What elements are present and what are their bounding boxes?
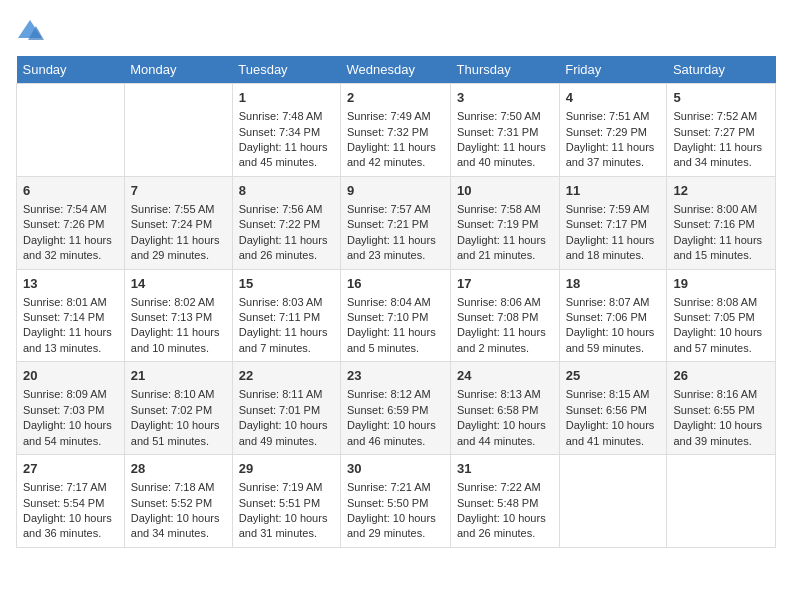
day-info: Sunrise: 8:08 AM Sunset: 7:05 PM Dayligh… [673,295,769,357]
day-number: 25 [566,367,661,385]
day-info: Sunrise: 8:15 AM Sunset: 6:56 PM Dayligh… [566,387,661,449]
day-cell: 5Sunrise: 7:52 AM Sunset: 7:27 PM Daylig… [667,84,776,177]
day-info: Sunrise: 8:00 AM Sunset: 7:16 PM Dayligh… [673,202,769,264]
day-cell: 18Sunrise: 8:07 AM Sunset: 7:06 PM Dayli… [559,269,667,362]
day-info: Sunrise: 8:03 AM Sunset: 7:11 PM Dayligh… [239,295,334,357]
day-info: Sunrise: 7:56 AM Sunset: 7:22 PM Dayligh… [239,202,334,264]
day-number: 4 [566,89,661,107]
day-number: 13 [23,275,118,293]
day-number: 6 [23,182,118,200]
day-cell: 15Sunrise: 8:03 AM Sunset: 7:11 PM Dayli… [232,269,340,362]
day-info: Sunrise: 8:01 AM Sunset: 7:14 PM Dayligh… [23,295,118,357]
day-info: Sunrise: 7:19 AM Sunset: 5:51 PM Dayligh… [239,480,334,542]
day-info: Sunrise: 7:59 AM Sunset: 7:17 PM Dayligh… [566,202,661,264]
week-row-4: 20Sunrise: 8:09 AM Sunset: 7:03 PM Dayli… [17,362,776,455]
day-cell: 3Sunrise: 7:50 AM Sunset: 7:31 PM Daylig… [450,84,559,177]
day-number: 26 [673,367,769,385]
day-number: 22 [239,367,334,385]
day-number: 17 [457,275,553,293]
day-cell: 19Sunrise: 8:08 AM Sunset: 7:05 PM Dayli… [667,269,776,362]
day-cell: 24Sunrise: 8:13 AM Sunset: 6:58 PM Dayli… [450,362,559,455]
day-number: 9 [347,182,444,200]
day-number: 30 [347,460,444,478]
day-cell: 11Sunrise: 7:59 AM Sunset: 7:17 PM Dayli… [559,176,667,269]
day-cell: 1Sunrise: 7:48 AM Sunset: 7:34 PM Daylig… [232,84,340,177]
day-number: 19 [673,275,769,293]
day-cell: 26Sunrise: 8:16 AM Sunset: 6:55 PM Dayli… [667,362,776,455]
day-cell: 13Sunrise: 8:01 AM Sunset: 7:14 PM Dayli… [17,269,125,362]
header-sunday: Sunday [17,56,125,84]
day-cell: 7Sunrise: 7:55 AM Sunset: 7:24 PM Daylig… [124,176,232,269]
week-row-5: 27Sunrise: 7:17 AM Sunset: 5:54 PM Dayli… [17,455,776,548]
day-info: Sunrise: 8:16 AM Sunset: 6:55 PM Dayligh… [673,387,769,449]
day-info: Sunrise: 7:21 AM Sunset: 5:50 PM Dayligh… [347,480,444,542]
day-cell: 30Sunrise: 7:21 AM Sunset: 5:50 PM Dayli… [340,455,450,548]
day-cell: 2Sunrise: 7:49 AM Sunset: 7:32 PM Daylig… [340,84,450,177]
day-info: Sunrise: 7:51 AM Sunset: 7:29 PM Dayligh… [566,109,661,171]
day-info: Sunrise: 7:52 AM Sunset: 7:27 PM Dayligh… [673,109,769,171]
day-cell: 25Sunrise: 8:15 AM Sunset: 6:56 PM Dayli… [559,362,667,455]
day-info: Sunrise: 8:13 AM Sunset: 6:58 PM Dayligh… [457,387,553,449]
day-info: Sunrise: 7:22 AM Sunset: 5:48 PM Dayligh… [457,480,553,542]
day-number: 14 [131,275,226,293]
day-info: Sunrise: 7:17 AM Sunset: 5:54 PM Dayligh… [23,480,118,542]
day-cell [667,455,776,548]
page-header [16,16,776,44]
day-info: Sunrise: 7:48 AM Sunset: 7:34 PM Dayligh… [239,109,334,171]
header-saturday: Saturday [667,56,776,84]
day-info: Sunrise: 8:09 AM Sunset: 7:03 PM Dayligh… [23,387,118,449]
day-cell [124,84,232,177]
day-cell: 9Sunrise: 7:57 AM Sunset: 7:21 PM Daylig… [340,176,450,269]
day-info: Sunrise: 8:02 AM Sunset: 7:13 PM Dayligh… [131,295,226,357]
week-row-1: 1Sunrise: 7:48 AM Sunset: 7:34 PM Daylig… [17,84,776,177]
header-thursday: Thursday [450,56,559,84]
day-cell: 29Sunrise: 7:19 AM Sunset: 5:51 PM Dayli… [232,455,340,548]
day-info: Sunrise: 7:18 AM Sunset: 5:52 PM Dayligh… [131,480,226,542]
day-number: 23 [347,367,444,385]
day-number: 28 [131,460,226,478]
day-cell: 21Sunrise: 8:10 AM Sunset: 7:02 PM Dayli… [124,362,232,455]
day-number: 5 [673,89,769,107]
day-number: 20 [23,367,118,385]
day-number: 21 [131,367,226,385]
day-number: 3 [457,89,553,107]
day-number: 24 [457,367,553,385]
day-info: Sunrise: 8:04 AM Sunset: 7:10 PM Dayligh… [347,295,444,357]
day-cell: 14Sunrise: 8:02 AM Sunset: 7:13 PM Dayli… [124,269,232,362]
day-cell: 17Sunrise: 8:06 AM Sunset: 7:08 PM Dayli… [450,269,559,362]
day-number: 29 [239,460,334,478]
day-cell: 10Sunrise: 7:58 AM Sunset: 7:19 PM Dayli… [450,176,559,269]
day-cell [559,455,667,548]
header-tuesday: Tuesday [232,56,340,84]
day-info: Sunrise: 8:07 AM Sunset: 7:06 PM Dayligh… [566,295,661,357]
day-info: Sunrise: 8:11 AM Sunset: 7:01 PM Dayligh… [239,387,334,449]
day-number: 15 [239,275,334,293]
header-wednesday: Wednesday [340,56,450,84]
week-row-2: 6Sunrise: 7:54 AM Sunset: 7:26 PM Daylig… [17,176,776,269]
day-number: 31 [457,460,553,478]
logo-icon [16,16,44,44]
day-number: 1 [239,89,334,107]
day-number: 16 [347,275,444,293]
day-info: Sunrise: 8:12 AM Sunset: 6:59 PM Dayligh… [347,387,444,449]
day-cell: 16Sunrise: 8:04 AM Sunset: 7:10 PM Dayli… [340,269,450,362]
header-friday: Friday [559,56,667,84]
day-cell: 4Sunrise: 7:51 AM Sunset: 7:29 PM Daylig… [559,84,667,177]
day-cell [17,84,125,177]
day-number: 7 [131,182,226,200]
day-cell: 20Sunrise: 8:09 AM Sunset: 7:03 PM Dayli… [17,362,125,455]
day-number: 8 [239,182,334,200]
day-info: Sunrise: 7:54 AM Sunset: 7:26 PM Dayligh… [23,202,118,264]
header-monday: Monday [124,56,232,84]
day-number: 18 [566,275,661,293]
day-number: 2 [347,89,444,107]
day-info: Sunrise: 7:58 AM Sunset: 7:19 PM Dayligh… [457,202,553,264]
day-info: Sunrise: 7:57 AM Sunset: 7:21 PM Dayligh… [347,202,444,264]
day-cell: 31Sunrise: 7:22 AM Sunset: 5:48 PM Dayli… [450,455,559,548]
calendar-table: SundayMondayTuesdayWednesdayThursdayFrid… [16,56,776,548]
day-cell: 23Sunrise: 8:12 AM Sunset: 6:59 PM Dayli… [340,362,450,455]
day-number: 12 [673,182,769,200]
week-row-3: 13Sunrise: 8:01 AM Sunset: 7:14 PM Dayli… [17,269,776,362]
day-info: Sunrise: 7:49 AM Sunset: 7:32 PM Dayligh… [347,109,444,171]
day-info: Sunrise: 8:06 AM Sunset: 7:08 PM Dayligh… [457,295,553,357]
